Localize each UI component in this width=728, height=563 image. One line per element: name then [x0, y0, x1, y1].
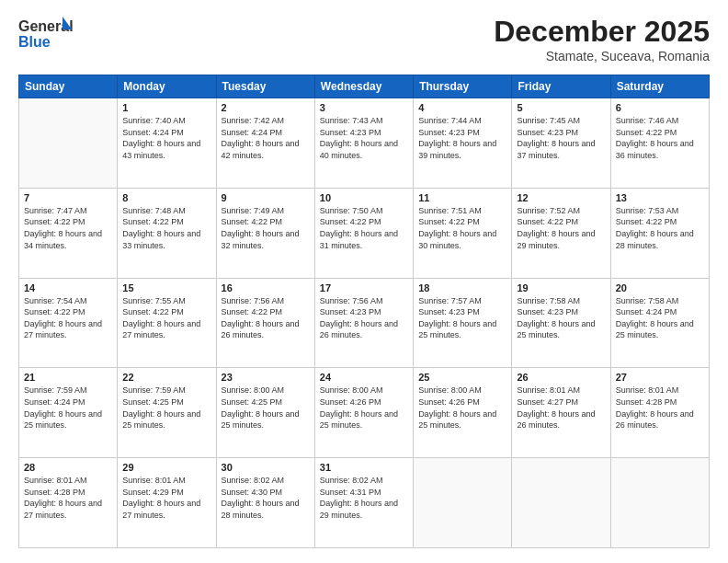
day-info: Sunrise: 7:55 AMSunset: 4:22 PMDaylight:… [122, 295, 210, 341]
calendar-cell: 11Sunrise: 7:51 AMSunset: 4:22 PMDayligh… [414, 188, 512, 278]
day-number: 20 [616, 282, 704, 293]
day-number: 7 [24, 192, 112, 203]
calendar-cell: 20Sunrise: 7:58 AMSunset: 4:24 PMDayligh… [610, 278, 709, 368]
day-number: 22 [122, 372, 210, 383]
calendar-cell: 14Sunrise: 7:54 AMSunset: 4:22 PMDayligh… [19, 278, 118, 368]
col-header-wednesday: Wednesday [314, 75, 413, 98]
calendar-cell: 12Sunrise: 7:52 AMSunset: 4:22 PMDayligh… [512, 188, 610, 278]
calendar-week-row: 7Sunrise: 7:47 AMSunset: 4:22 PMDaylight… [19, 188, 710, 278]
day-number: 23 [222, 372, 310, 383]
day-number: 15 [122, 282, 210, 293]
day-number: 30 [222, 462, 310, 473]
calendar-cell: 1Sunrise: 7:40 AMSunset: 4:24 PMDaylight… [118, 98, 216, 189]
day-info: Sunrise: 7:51 AMSunset: 4:22 PMDaylight:… [418, 205, 506, 251]
calendar-cell: 29Sunrise: 8:01 AMSunset: 4:29 PMDayligh… [118, 458, 216, 548]
day-number: 1 [122, 102, 210, 113]
calendar-cell: 5Sunrise: 7:45 AMSunset: 4:23 PMDaylight… [512, 98, 610, 189]
day-info: Sunrise: 7:59 AMSunset: 4:24 PMDaylight:… [24, 385, 112, 431]
month-title: December 2025 [494, 15, 710, 49]
day-info: Sunrise: 8:00 AMSunset: 4:26 PMDaylight:… [320, 385, 408, 431]
day-info: Sunrise: 7:54 AMSunset: 4:22 PMDaylight:… [24, 295, 112, 341]
calendar-cell: 25Sunrise: 8:00 AMSunset: 4:26 PMDayligh… [414, 368, 512, 458]
day-info: Sunrise: 7:50 AMSunset: 4:22 PMDaylight:… [320, 205, 408, 251]
day-info: Sunrise: 8:01 AMSunset: 4:27 PMDaylight:… [517, 385, 605, 431]
day-info: Sunrise: 7:53 AMSunset: 4:22 PMDaylight:… [616, 205, 704, 251]
day-info: Sunrise: 7:56 AMSunset: 4:22 PMDaylight:… [222, 295, 310, 341]
day-info: Sunrise: 7:46 AMSunset: 4:22 PMDaylight:… [616, 115, 704, 161]
day-number: 16 [222, 282, 310, 293]
calendar-cell: 3Sunrise: 7:43 AMSunset: 4:23 PMDaylight… [314, 98, 413, 189]
day-info: Sunrise: 8:01 AMSunset: 4:28 PMDaylight:… [616, 385, 704, 431]
calendar-cell: 18Sunrise: 7:57 AMSunset: 4:23 PMDayligh… [414, 278, 512, 368]
day-number: 17 [320, 282, 408, 293]
calendar-cell: 31Sunrise: 8:02 AMSunset: 4:31 PMDayligh… [314, 458, 413, 548]
day-number: 13 [616, 192, 704, 203]
day-number: 31 [320, 462, 408, 473]
day-number: 25 [418, 372, 506, 383]
day-info: Sunrise: 7:40 AMSunset: 4:24 PMDaylight:… [122, 115, 210, 161]
day-number: 5 [517, 102, 605, 113]
day-number: 10 [320, 192, 408, 203]
day-number: 11 [418, 192, 506, 203]
calendar-cell: 24Sunrise: 8:00 AMSunset: 4:26 PMDayligh… [314, 368, 413, 458]
calendar-cell: 21Sunrise: 7:59 AMSunset: 4:24 PMDayligh… [19, 368, 118, 458]
day-info: Sunrise: 7:49 AMSunset: 4:22 PMDaylight:… [222, 205, 310, 251]
calendar-cell: 4Sunrise: 7:44 AMSunset: 4:23 PMDaylight… [414, 98, 512, 189]
calendar-cell [512, 458, 610, 548]
day-number: 6 [616, 102, 704, 113]
col-header-saturday: Saturday [610, 75, 709, 98]
day-number: 14 [24, 282, 112, 293]
calendar-cell: 26Sunrise: 8:01 AMSunset: 4:27 PMDayligh… [512, 368, 610, 458]
page: GeneralBlue December 2025 Stamate, Sucea… [0, 0, 728, 563]
day-number: 9 [222, 192, 310, 203]
day-info: Sunrise: 7:57 AMSunset: 4:23 PMDaylight:… [418, 295, 506, 341]
location: Stamate, Suceava, Romania [494, 49, 710, 63]
col-header-friday: Friday [512, 75, 610, 98]
calendar-cell: 17Sunrise: 7:56 AMSunset: 4:23 PMDayligh… [314, 278, 413, 368]
col-header-tuesday: Tuesday [216, 75, 314, 98]
day-info: Sunrise: 8:01 AMSunset: 4:29 PMDaylight:… [122, 475, 210, 521]
calendar-cell [19, 98, 118, 189]
calendar-cell: 30Sunrise: 8:02 AMSunset: 4:30 PMDayligh… [216, 458, 314, 548]
col-header-monday: Monday [118, 75, 216, 98]
day-info: Sunrise: 7:58 AMSunset: 4:24 PMDaylight:… [616, 295, 704, 341]
day-info: Sunrise: 8:00 AMSunset: 4:25 PMDaylight:… [222, 385, 310, 431]
day-number: 27 [616, 372, 704, 383]
day-number: 12 [517, 192, 605, 203]
calendar-cell [414, 458, 512, 548]
header: GeneralBlue December 2025 Stamate, Sucea… [18, 15, 710, 63]
calendar-cell: 6Sunrise: 7:46 AMSunset: 4:22 PMDaylight… [610, 98, 709, 189]
day-info: Sunrise: 8:02 AMSunset: 4:30 PMDaylight:… [222, 475, 310, 521]
svg-text:Blue: Blue [18, 34, 51, 50]
calendar-table: SundayMondayTuesdayWednesdayThursdayFrid… [18, 75, 710, 548]
col-header-thursday: Thursday [414, 75, 512, 98]
logo: GeneralBlue [18, 15, 74, 52]
day-number: 18 [418, 282, 506, 293]
calendar-cell: 7Sunrise: 7:47 AMSunset: 4:22 PMDaylight… [19, 188, 118, 278]
calendar-week-row: 1Sunrise: 7:40 AMSunset: 4:24 PMDaylight… [19, 98, 710, 189]
col-header-sunday: Sunday [19, 75, 118, 98]
day-number: 21 [24, 372, 112, 383]
logo-icon: GeneralBlue [18, 15, 74, 52]
calendar-cell: 23Sunrise: 8:00 AMSunset: 4:25 PMDayligh… [216, 368, 314, 458]
calendar-cell: 16Sunrise: 7:56 AMSunset: 4:22 PMDayligh… [216, 278, 314, 368]
calendar-cell: 8Sunrise: 7:48 AMSunset: 4:22 PMDaylight… [118, 188, 216, 278]
calendar-cell: 15Sunrise: 7:55 AMSunset: 4:22 PMDayligh… [118, 278, 216, 368]
day-info: Sunrise: 7:45 AMSunset: 4:23 PMDaylight:… [517, 115, 605, 161]
day-info: Sunrise: 7:43 AMSunset: 4:23 PMDaylight:… [320, 115, 408, 161]
day-info: Sunrise: 7:58 AMSunset: 4:23 PMDaylight:… [517, 295, 605, 341]
day-info: Sunrise: 8:00 AMSunset: 4:26 PMDaylight:… [418, 385, 506, 431]
calendar-week-row: 21Sunrise: 7:59 AMSunset: 4:24 PMDayligh… [19, 368, 710, 458]
day-number: 28 [24, 462, 112, 473]
day-number: 2 [222, 102, 310, 113]
day-info: Sunrise: 7:42 AMSunset: 4:24 PMDaylight:… [222, 115, 310, 161]
calendar-body: 1Sunrise: 7:40 AMSunset: 4:24 PMDaylight… [19, 98, 710, 548]
day-info: Sunrise: 7:48 AMSunset: 4:22 PMDaylight:… [122, 205, 210, 251]
day-info: Sunrise: 7:44 AMSunset: 4:23 PMDaylight:… [418, 115, 506, 161]
day-info: Sunrise: 8:01 AMSunset: 4:28 PMDaylight:… [24, 475, 112, 521]
calendar-cell: 10Sunrise: 7:50 AMSunset: 4:22 PMDayligh… [314, 188, 413, 278]
calendar-cell: 2Sunrise: 7:42 AMSunset: 4:24 PMDaylight… [216, 98, 314, 189]
day-info: Sunrise: 7:59 AMSunset: 4:25 PMDaylight:… [122, 385, 210, 431]
day-info: Sunrise: 7:56 AMSunset: 4:23 PMDaylight:… [320, 295, 408, 341]
calendar-cell: 13Sunrise: 7:53 AMSunset: 4:22 PMDayligh… [610, 188, 709, 278]
